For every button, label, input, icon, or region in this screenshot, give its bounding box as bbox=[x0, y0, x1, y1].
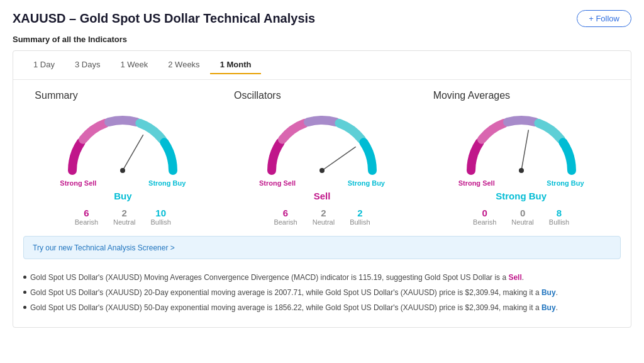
bullet-dot bbox=[23, 276, 26, 279]
count-bearish-moving-averages: 0 Bearish bbox=[473, 208, 496, 226]
counts-row-moving-averages: 0 Bearish0 Neutral8 Bullish bbox=[473, 208, 569, 226]
count-label: Bearish bbox=[75, 218, 98, 226]
count-bullish-summary: 10 Bullish bbox=[151, 208, 171, 226]
page-title: XAUUSD – Gold Spot US Dollar Technical A… bbox=[13, 11, 315, 26]
count-num: 6 bbox=[283, 208, 288, 218]
count-neutral-oscillators: 2 Neutral bbox=[313, 208, 335, 226]
gauge-summary: SummaryStrong Sell Strong BuyBuy6 Bearis… bbox=[28, 90, 217, 226]
tab-2-weeks[interactable]: 2 Weeks bbox=[158, 56, 209, 74]
count-label: Bearish bbox=[274, 218, 297, 226]
count-num: 2 bbox=[321, 208, 326, 218]
bullet-text-0: Gold Spot US Dollar's (XAUUSD) Moving Av… bbox=[30, 272, 524, 283]
gauge-arc-moving-averages bbox=[458, 108, 584, 177]
count-num: 8 bbox=[557, 208, 562, 218]
tab-3-days[interactable]: 3 Days bbox=[65, 56, 110, 74]
bullets-section: Gold Spot US Dollar's (XAUUSD) Moving Av… bbox=[13, 267, 631, 327]
count-neutral-moving-averages: 0 Neutral bbox=[511, 208, 533, 226]
count-num: 0 bbox=[520, 208, 525, 218]
bullet-inline-link-1[interactable]: Buy bbox=[541, 288, 556, 297]
bullet-dot bbox=[23, 291, 26, 294]
gauge-label-moving-averages: Moving Averages bbox=[433, 90, 510, 101]
gauges-row: SummaryStrong Sell Strong BuyBuy6 Bearis… bbox=[13, 80, 631, 231]
bullet-dot bbox=[23, 306, 26, 309]
bullet-text-1: Gold Spot US Dollar's (XAUUSD) 20-Day ex… bbox=[30, 287, 558, 298]
follow-button[interactable]: + Follow bbox=[577, 10, 631, 27]
count-label: Neutral bbox=[113, 218, 135, 226]
count-num: 0 bbox=[482, 208, 487, 218]
tabs-row: 1 Day3 Days1 Week2 Weeks1 Month bbox=[13, 51, 631, 80]
page-container: XAUUSD – Gold Spot US Dollar Technical A… bbox=[0, 0, 644, 338]
bullet-text-2: Gold Spot US Dollar's (XAUUSD) 50-Day ex… bbox=[30, 302, 558, 313]
gauge-signal-summary: Buy bbox=[114, 191, 131, 201]
bullet-inline-link-0[interactable]: Sell bbox=[508, 273, 521, 282]
gauge-side-labels-oscillators: Strong Sell Strong Buy bbox=[259, 179, 385, 187]
bullet-item-2: Gold Spot US Dollar's (XAUUSD) 50-Day ex… bbox=[23, 302, 621, 313]
gauge-arc-oscillators bbox=[259, 108, 385, 177]
count-label: Bearish bbox=[473, 218, 496, 226]
gauge-svg-container-oscillators bbox=[259, 108, 385, 177]
count-bullish-oscillators: 2 Bullish bbox=[350, 208, 370, 226]
gauge-side-labels-moving-averages: Strong Sell Strong Buy bbox=[458, 179, 584, 187]
count-label: Bullish bbox=[350, 218, 370, 226]
strong-buy-label-oscillators: Strong Buy bbox=[348, 179, 385, 187]
gauge-label-oscillators: Oscillators bbox=[234, 90, 281, 101]
screener-link[interactable]: Try our new Technical Analysis Screener … bbox=[33, 243, 175, 252]
gauge-arc-summary bbox=[60, 108, 186, 177]
gauge-svg-container-summary bbox=[60, 108, 186, 177]
counts-row-oscillators: 6 Bearish2 Neutral2 Bullish bbox=[274, 208, 370, 226]
count-label: Neutral bbox=[511, 218, 533, 226]
count-bearish-summary: 6 Bearish bbox=[75, 208, 98, 226]
strong-buy-label-moving-averages: Strong Buy bbox=[547, 179, 584, 187]
bullet-item-0: Gold Spot US Dollar's (XAUUSD) Moving Av… bbox=[23, 272, 621, 283]
svg-point-5 bbox=[519, 168, 524, 173]
count-label: Bullish bbox=[151, 218, 171, 226]
count-bearish-oscillators: 6 Bearish bbox=[274, 208, 297, 226]
strong-sell-label-summary: Strong Sell bbox=[60, 179, 96, 187]
gauge-moving-averages: Moving AveragesStrong Sell Strong BuyStr… bbox=[427, 90, 616, 226]
bullet-inline-link-2[interactable]: Buy bbox=[541, 303, 556, 312]
screener-banner: Try our new Technical Analysis Screener … bbox=[23, 236, 621, 259]
svg-line-0 bbox=[123, 135, 143, 170]
count-num: 10 bbox=[155, 208, 166, 218]
count-bullish-moving-averages: 8 Bullish bbox=[549, 208, 569, 226]
tab-1-day[interactable]: 1 Day bbox=[23, 56, 65, 74]
strong-buy-label-summary: Strong Buy bbox=[148, 179, 186, 187]
section-title: Summary of all the Indicators bbox=[13, 35, 631, 44]
count-label: Neutral bbox=[313, 218, 335, 226]
gauge-svg-container-moving-averages bbox=[458, 108, 584, 177]
strong-sell-label-oscillators: Strong Sell bbox=[259, 179, 296, 187]
gauge-signal-oscillators: Sell bbox=[314, 191, 331, 201]
strong-sell-label-moving-averages: Strong Sell bbox=[458, 179, 495, 187]
svg-point-3 bbox=[319, 168, 325, 173]
bullet-item-1: Gold Spot US Dollar's (XAUUSD) 20-Day ex… bbox=[23, 287, 621, 298]
header: XAUUSD – Gold Spot US Dollar Technical A… bbox=[13, 10, 631, 27]
count-num: 6 bbox=[84, 208, 89, 218]
gauge-signal-moving-averages: Strong Buy bbox=[496, 191, 547, 201]
count-neutral-summary: 2 Neutral bbox=[113, 208, 135, 226]
analysis-card: 1 Day3 Days1 Week2 Weeks1 Month SummaryS… bbox=[13, 50, 631, 328]
counts-row-summary: 6 Bearish2 Neutral10 Bullish bbox=[75, 208, 171, 226]
count-num: 2 bbox=[357, 208, 362, 218]
count-num: 2 bbox=[122, 208, 127, 218]
svg-line-4 bbox=[521, 130, 528, 170]
tab-1-month[interactable]: 1 Month bbox=[210, 56, 262, 74]
count-label: Bullish bbox=[549, 218, 569, 226]
svg-point-1 bbox=[120, 168, 125, 173]
gauge-oscillators: OscillatorsStrong Sell Strong BuySell6 B… bbox=[228, 90, 416, 226]
gauge-side-labels-summary: Strong Sell Strong Buy bbox=[60, 179, 186, 187]
svg-line-2 bbox=[322, 147, 355, 170]
tab-1-week[interactable]: 1 Week bbox=[110, 56, 158, 74]
gauge-label-summary: Summary bbox=[35, 90, 77, 101]
